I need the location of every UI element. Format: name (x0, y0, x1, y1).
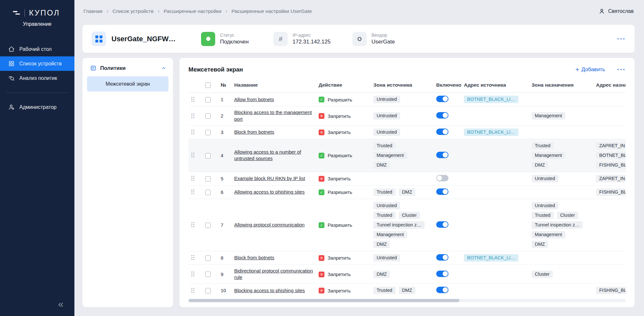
rule-name-link[interactable]: Blocking access to the management port (234, 110, 312, 121)
row-checkbox[interactable] (205, 190, 211, 195)
enabled-toggle[interactable] (436, 175, 448, 181)
row-checkbox[interactable] (205, 255, 211, 261)
add-rule-button[interactable]: + Добавить (575, 66, 605, 73)
enabled-toggle[interactable] (436, 112, 448, 119)
horizontal-scrollbar-track[interactable] (188, 299, 626, 302)
rule-name-link[interactable]: Bidirectional protocol communication rul… (234, 268, 313, 280)
enabled-toggle[interactable] (436, 96, 448, 102)
firewall-rule-row: 10 Blocking access to phishing sites ✕За… (188, 284, 626, 296)
row-checkbox[interactable] (205, 223, 211, 228)
deny-cross-icon: ✕ (319, 113, 324, 119)
rule-name-link[interactable]: Allow from botnets (234, 97, 274, 102)
row-checkbox[interactable] (205, 130, 211, 135)
column-header: Зона источника (371, 78, 434, 93)
rule-name-link[interactable]: Block from botnets (234, 129, 274, 135)
row-checkbox[interactable] (205, 153, 211, 158)
zone-tag: DMZ (399, 287, 415, 294)
row-checkbox[interactable] (205, 113, 211, 119)
zone-tag: Untrusted (532, 175, 558, 182)
drag-handle-icon[interactable] (191, 112, 195, 119)
enabled-toggle[interactable] (436, 271, 448, 277)
policy-item[interactable]: Межсетевой экран (87, 76, 168, 91)
sidebar-item-desktop[interactable]: Рабочий стол (0, 42, 74, 56)
drag-handle-icon[interactable] (191, 271, 195, 277)
firewall-rule-row: 7 Allowing protocol communication ✓Разре… (188, 199, 626, 251)
horizontal-scrollbar-thumb[interactable] (188, 299, 459, 302)
chevron-up-icon[interactable] (161, 66, 166, 71)
address-tag: BOTNET_BLACK_LI… (464, 96, 518, 103)
device-menu-button[interactable]: ⋯ (617, 34, 626, 43)
address-tag: FISHING_BL… (596, 287, 626, 294)
enabled-toggle[interactable] (436, 188, 448, 195)
drag-handle-icon[interactable] (191, 287, 195, 293)
action-label: Запретить (328, 255, 351, 261)
zone-tag: Trusted (373, 212, 396, 219)
zone-tag: Cluster (557, 212, 578, 219)
breadcrumb-item[interactable]: Главная (83, 8, 102, 14)
deny-cross-icon: ✕ (319, 129, 324, 135)
row-checkbox[interactable] (205, 97, 211, 102)
rule-name-link[interactable]: Allowing protocol communication (234, 222, 304, 227)
zone-tag: Management (532, 231, 565, 238)
rule-name-link[interactable]: Example block RU RKN by IP list (234, 176, 305, 181)
breadcrumb-item[interactable]: Расширенные настройки UserGate (231, 8, 312, 14)
column-header: Адрес назначения (593, 78, 626, 93)
select-all-checkbox[interactable] (205, 82, 211, 88)
zone-tag: DMZ (532, 241, 548, 248)
deny-cross-icon: ✕ (319, 288, 324, 293)
sidebar-item-label: Список устройств (19, 61, 62, 67)
row-checkbox[interactable] (205, 176, 211, 182)
user-menu[interactable]: Святослав (599, 8, 634, 14)
row-checkbox[interactable] (205, 272, 211, 277)
drag-handle-icon[interactable] (191, 175, 195, 181)
sidebar-collapse-button[interactable]: « (58, 299, 74, 316)
breadcrumb-item[interactable]: Список устройств (112, 8, 153, 14)
sidebar-item-policy-analysis[interactable]: Анализ политик (0, 71, 74, 85)
breadcrumb: Главная›Список устройств›Расширенные нас… (83, 8, 312, 14)
drag-handle-icon[interactable] (191, 152, 195, 158)
enabled-toggle[interactable] (436, 221, 448, 228)
rule-name-link[interactable]: Allowing access to a number of untrusted… (234, 149, 301, 161)
address-tag: FISHING_BL… (596, 161, 626, 169)
firewall-rule-row: 1 Allow from botnets ✓Разрешить Untruste… (188, 93, 626, 106)
drag-handle-icon[interactable] (191, 188, 195, 195)
sidebar-item-label: Администратор (19, 104, 56, 110)
firewall-panel: Межсетевой экран + Добавить ⋯ №НазваниеД… (179, 58, 635, 307)
row-checkbox[interactable] (205, 288, 211, 293)
enabled-toggle[interactable] (436, 287, 448, 293)
sidebar-divider (6, 92, 69, 93)
firewall-header: Межсетевой экран + Добавить ⋯ (188, 65, 626, 74)
vendor-label: Вендор (371, 33, 395, 38)
policies-list: Межсетевой экран (87, 76, 168, 91)
enabled-toggle[interactable] (436, 129, 448, 135)
rule-name-link[interactable]: Allowing access to phishing sites (234, 189, 304, 195)
drag-handle-icon[interactable] (191, 129, 195, 135)
firewall-menu-button[interactable]: ⋯ (617, 65, 626, 74)
zone-tag: DMZ (373, 271, 390, 278)
action-label: Запретить (328, 288, 351, 293)
vendor-icon (352, 32, 367, 46)
action-label: Запретить (328, 176, 351, 181)
drag-handle-icon[interactable] (191, 221, 195, 227)
zone-tag: Cluster (532, 271, 553, 278)
sidebar-item-device-list[interactable]: Список устройств (0, 56, 74, 71)
enabled-toggle[interactable] (436, 254, 448, 261)
sidebar-item-administrator[interactable]: Администратор (0, 100, 74, 114)
drag-handle-icon[interactable] (191, 96, 195, 102)
home-icon (8, 46, 15, 53)
enabled-toggle[interactable] (436, 152, 448, 158)
devices-grid-icon (8, 60, 15, 67)
allow-check-icon: ✓ (319, 189, 324, 195)
zone-tag: Trusted (373, 188, 396, 196)
rule-name-link[interactable]: Block from botnets (234, 255, 274, 260)
device-vendor-block: Вендор UserGate (352, 32, 395, 46)
rule-name-link[interactable]: Blocking access to phishing sites (234, 288, 305, 293)
zone-tag: Management (373, 152, 407, 159)
firewall-rule-row: 8 Block from botnets ✕Запретить Untruste… (188, 251, 626, 264)
vendor-value: UserGate (371, 39, 395, 45)
content-area: Политики Межсетевой экран Межсетевой экр… (82, 58, 635, 307)
device-ip-block: # IP-адрес 172.31.142.125 (274, 32, 352, 46)
drag-handle-icon[interactable] (191, 254, 195, 260)
zone-tag: Untrusted (373, 202, 400, 209)
breadcrumb-item[interactable]: Расширенные настройки (164, 8, 221, 14)
